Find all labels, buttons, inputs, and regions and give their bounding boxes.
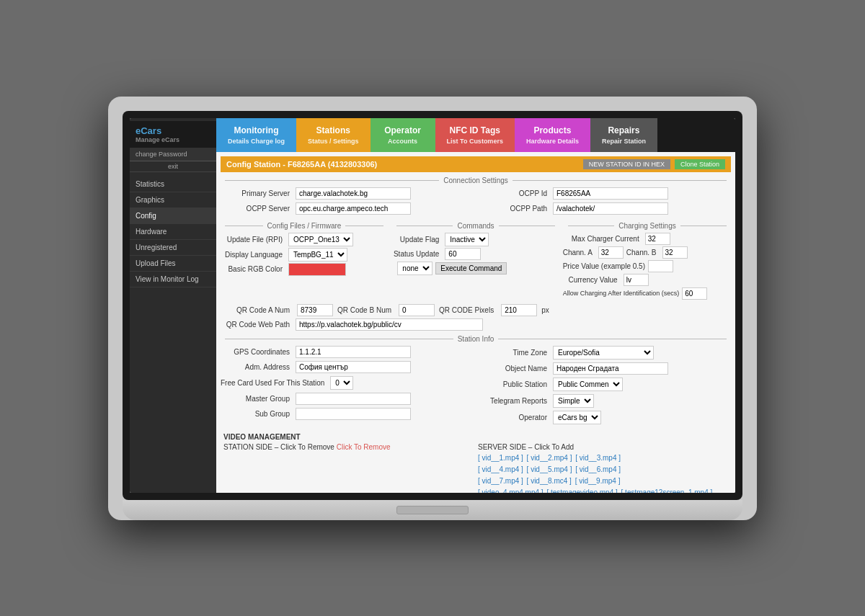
operator-select[interactable]: eCars bg	[553, 411, 601, 424]
sidebar-item-monitor-log[interactable]: View in Monitor Log	[130, 272, 216, 287]
nav-products[interactable]: Products Hardware Details	[515, 118, 590, 152]
telegram-label: Telegram Reports	[478, 397, 550, 405]
currency-input[interactable]	[624, 274, 649, 286]
config-col: Update File (RPI) OCPP_One13 Display Lan…	[221, 233, 389, 301]
video-link-11[interactable]: [ testmagevideo.mp4 ]	[546, 488, 617, 493]
display-lang-select[interactable]: TempBG_11	[288, 248, 347, 262]
ocpp-path-row: OCPP Path	[478, 202, 731, 215]
max-charger-input[interactable]	[645, 233, 670, 245]
exit-button[interactable]: exit	[130, 161, 216, 172]
sidebar-item-statistics[interactable]: Statistics	[130, 177, 216, 192]
nav-monitoring[interactable]: Monitoring Details Charge log	[216, 118, 296, 152]
chann-b-input[interactable]	[662, 246, 688, 259]
primary-server-input[interactable]	[296, 187, 411, 200]
nav-stations[interactable]: Stations Status / Settings	[296, 118, 371, 152]
time-zone-row: Time Zone Europe/Sofia	[478, 346, 731, 360]
status-update-label: Status Update	[391, 250, 442, 258]
content-area: Config Station - F68265AA (4132803306) N…	[216, 152, 735, 493]
video-link-3[interactable]: [ vid__3.mp4 ]	[575, 454, 621, 462]
chann-a-input[interactable]	[598, 246, 624, 259]
station-info-right: Time Zone Europe/Sofia Object Name	[478, 346, 731, 426]
telegram-select[interactable]: Simple	[553, 394, 594, 408]
qr-web-input[interactable]	[296, 318, 483, 331]
free-card-select[interactable]: 0	[330, 376, 353, 390]
adm-address-input[interactable]	[296, 361, 411, 373]
currency-row: Currency Value	[563, 274, 731, 286]
charging-settings-title: Charging Settings	[564, 222, 731, 230]
gps-input[interactable]	[296, 346, 411, 358]
server-side-video: SERVER SIDE – Click To Add [ vid__1.mp4 …	[478, 443, 728, 493]
config-files-title: Config Files / Firmware	[221, 222, 388, 230]
ocpp-path-input[interactable]	[553, 202, 668, 215]
video-link-4[interactable]: [ vid__4.mp4 ]	[478, 465, 523, 473]
update-file-select[interactable]: OCPP_One13	[288, 233, 353, 246]
sidebar-menu: Statistics Graphics Config Hardware Unre…	[130, 177, 216, 287]
nav-nfc[interactable]: NFC ID Tags List To Customers	[435, 118, 515, 152]
execute-command-row: none Execute Command	[391, 262, 559, 275]
connection-left: Primary Server OCPP Server	[221, 187, 474, 216]
sidebar-item-upload[interactable]: Upload Files	[130, 256, 216, 272]
station-info-grid: GPS Coordinates Adm. Address Free Card U…	[221, 346, 731, 426]
sidebar-item-unregistered[interactable]: Unregistered	[130, 240, 216, 256]
price-value-input[interactable]	[648, 260, 673, 272]
display-lang-label: Display Language	[221, 251, 285, 259]
qr-code-b-input[interactable]	[399, 304, 435, 316]
operator-label: Operator	[478, 414, 550, 421]
clone-station-button[interactable]: Clone Station	[675, 159, 725, 169]
video-link-8[interactable]: [ vid__8.mc4 ]	[527, 477, 572, 485]
qr-web-label: QR Code Web Path	[221, 321, 293, 329]
color-picker[interactable]	[288, 263, 346, 276]
nav-repairs[interactable]: Repairs Repair Station	[590, 118, 657, 152]
video-link-7[interactable]: [ vid__7.mp4 ]	[478, 477, 523, 485]
commands-col: Update Flag Inactive Status Update	[391, 233, 559, 301]
video-link-6[interactable]: [ vid__6.mp4 ]	[575, 465, 621, 473]
qr-code-a-input[interactable]	[297, 304, 333, 316]
sidebar-item-hardware[interactable]: Hardware	[130, 224, 216, 240]
sidebar-user[interactable]: change Password	[130, 148, 216, 161]
qr-pixels-input[interactable]	[501, 304, 537, 316]
object-name-label: Object Name	[478, 365, 550, 372]
app-subtitle: Manage eCars	[136, 136, 210, 143]
telegram-row: Telegram Reports Simple	[478, 394, 731, 408]
status-update-input[interactable]	[445, 248, 481, 260]
click-to-remove-link[interactable]: Click To Remove	[337, 443, 391, 451]
video-link-1[interactable]: [ vid__1.mp4 ]	[478, 454, 523, 462]
video-cols: STATION SIDE – Click To Remove Click To …	[223, 443, 728, 493]
time-zone-select[interactable]: Europe/Sofia	[553, 346, 654, 360]
new-station-hex-button[interactable]: NEW STATION ID IN HEX	[583, 159, 670, 169]
ocpp-server-input[interactable]	[296, 202, 411, 215]
free-card-label: Free Card Used For This Station	[221, 379, 327, 387]
chann-row: Chann. A Chann. B	[563, 246, 731, 259]
video-link-2[interactable]: [ vid__2.mp4 ]	[527, 454, 572, 462]
public-station-label: Public Station	[478, 380, 550, 388]
station-header: Config Station - F68265AA (4132803306) N…	[221, 156, 731, 172]
master-group-label: Master Group	[221, 395, 293, 403]
allow-charging-row: Allow Charging After Identification (sec…	[563, 287, 731, 300]
video-link-9[interactable]: [ vid__9.mp4 ]	[575, 477, 621, 485]
nav-operator[interactable]: Operator Accounts	[371, 118, 435, 152]
object-name-input[interactable]	[553, 362, 668, 375]
sub-group-input[interactable]	[296, 408, 411, 420]
update-flag-select[interactable]: Inactive	[445, 233, 489, 246]
master-group-row: Master Group	[221, 393, 474, 405]
master-group-input[interactable]	[296, 393, 411, 405]
allow-charging-label: Allow Charging After Identification (sec…	[563, 290, 680, 297]
charging-col: Max Charger Current Chann. A Chann. B	[563, 233, 731, 301]
sidebar-item-config[interactable]: Config	[130, 208, 216, 224]
video-link-12[interactable]: [ testmage12screen_1.mp4 ]	[621, 488, 713, 493]
public-station-select[interactable]: Public Commen	[553, 378, 623, 391]
connection-settings-title: Connection Settings	[221, 177, 731, 184]
execute-command-button[interactable]: Execute Command	[435, 262, 507, 274]
qr-web-row: QR Code Web Path	[221, 318, 731, 331]
ocpp-server-label: OCPP Server	[221, 205, 293, 213]
allow-charging-input[interactable]	[682, 287, 707, 300]
video-link-10[interactable]: [ video_4.mp4.mp4 ]	[478, 488, 544, 493]
station-title: Config Station - F68265AA (4132803306)	[226, 160, 377, 169]
sidebar-item-graphics[interactable]: Graphics	[130, 192, 216, 208]
execute-command-select[interactable]: none	[397, 262, 432, 275]
ocpp-id-input[interactable]	[553, 187, 668, 200]
nav-bar: Monitoring Details Charge log Stations S…	[216, 118, 735, 152]
qr-code-a-label: QR Code A Num	[221, 306, 293, 314]
qr-code-b-label: QR Code B Num	[337, 306, 394, 314]
video-link-5[interactable]: [ vid__5.mp4 ]	[527, 465, 572, 473]
